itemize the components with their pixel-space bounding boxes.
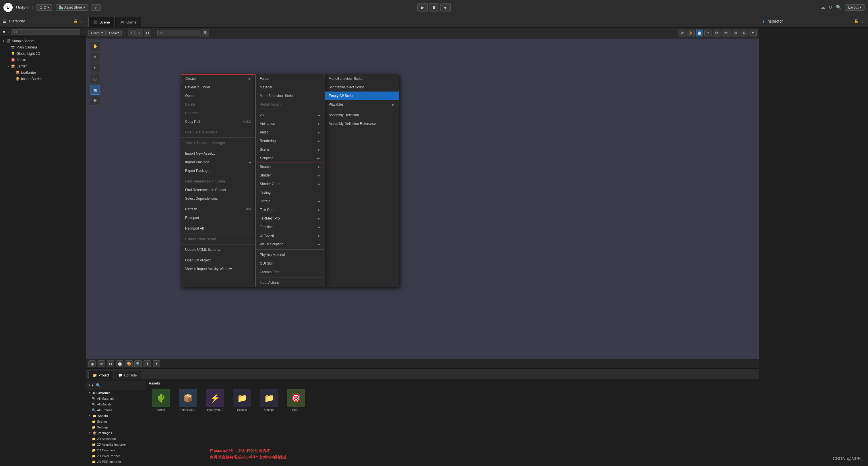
ctx-find-refs-project[interactable]: Find References In Project	[181, 186, 255, 194]
ctx-reimport-all[interactable]: Reimport All	[181, 224, 255, 233]
grid-size-input[interactable]: 1	[128, 30, 135, 36]
ctx2-audio[interactable]: Audio ▶	[256, 128, 324, 136]
ctx3-assembly-def-ref[interactable]: Assembly Definition Reference	[324, 119, 399, 128]
ctx2-gui-skin[interactable]: GUI Skin	[256, 259, 324, 268]
asset-sna[interactable]: 🎯 Sna...	[284, 388, 308, 413]
ctx2-material[interactable]: Material	[256, 83, 324, 92]
history-icon[interactable]: ↺	[829, 5, 832, 10]
sidebar-2d-aseprite[interactable]: 📁 2D Aseprite Importer	[86, 442, 146, 447]
hierarchy-menu-btn[interactable]: ⋮	[80, 19, 83, 23]
scene-options-btn[interactable]: ▾	[749, 30, 756, 36]
tree-item-bottombarrier[interactable]: 📦 bottomBarrier	[0, 76, 86, 82]
play-button[interactable]: ▶	[417, 3, 428, 11]
sidebar-all-models[interactable]: 🔍 All Models	[86, 401, 146, 407]
asset-barrier[interactable]: 🌵 barrier	[149, 388, 174, 413]
ctx2-animation[interactable]: Animation ▶	[256, 119, 324, 128]
scene-search-input[interactable]	[157, 30, 201, 36]
ctx-create[interactable]: Create ▶	[181, 74, 255, 83]
ctx-import-new-asset[interactable]: Import New Asset...	[181, 149, 255, 158]
ctx2-shader-graph[interactable]: Shader Graph ▶	[256, 180, 324, 188]
tree-item-samplescene[interactable]: ▼ 🎬 SampleScene* ⋮	[0, 38, 86, 44]
hierarchy-search[interactable]	[11, 29, 81, 35]
project-search-btn[interactable]: 🔍	[96, 383, 100, 387]
sidebar-2d-common[interactable]: 📁 2D Common	[86, 447, 146, 453]
ctx2-search[interactable]: Search ▶	[256, 162, 324, 171]
vp-rect-btn[interactable]: ▣	[88, 361, 96, 367]
camera-btn[interactable]: ⇔	[741, 30, 748, 36]
ctx-import-package[interactable]: Import Package ▶	[181, 158, 255, 166]
2d-mode-btn[interactable]: 2D	[722, 30, 731, 36]
inspector-lock-btn[interactable]: 🔓	[854, 19, 859, 23]
center-dropdown[interactable]: Center ▾	[88, 30, 105, 36]
ctx-copy-path[interactable]: Copy Path ⌥⌘C	[181, 117, 255, 126]
project-add-btn[interactable]: + ▾	[88, 383, 94, 387]
vp-search2-btn[interactable]: 🔍	[134, 361, 142, 367]
scene-menu-btn[interactable]: ⋮	[82, 39, 85, 43]
fx-btn[interactable]: ✦	[704, 30, 712, 36]
wireframe-btn[interactable]: ⚙	[713, 30, 720, 36]
transform-tool-btn[interactable]: ✤	[90, 96, 100, 105]
pause-button[interactable]: ⏸	[429, 3, 439, 11]
local-dropdown[interactable]: Local ▾	[106, 30, 122, 36]
ctx2-scripting[interactable]: Scripting ▶	[256, 154, 324, 162]
lighting-btn[interactable]: 🔆	[687, 30, 694, 36]
ctx2-visual-scripting[interactable]: Visual Scripting ▶	[256, 240, 324, 248]
vp-fx2-btn[interactable]: ✦	[153, 361, 160, 367]
tree-item-topbarrier[interactable]: 📦 topBarrier	[0, 69, 86, 76]
ctx2-scene[interactable]: Scene ▶	[256, 145, 324, 154]
vp-circle-btn[interactable]: ⬤	[116, 361, 123, 367]
sidebar-2d-psd[interactable]: 📁 2D PSD Importer	[86, 459, 146, 465]
ctx3-playables[interactable]: Playables ▶	[324, 100, 399, 109]
ctx2-shader[interactable]: Shader ▶	[256, 171, 324, 180]
sidebar-2d-pixelperfect[interactable]: 📁 2D Pixel Perfect	[86, 453, 146, 459]
asset-inputsystem[interactable]: ⚡ InputSyste...	[203, 388, 227, 413]
tree-item-barrier[interactable]: ▼ 📦 Barrier	[0, 63, 86, 69]
grid-snap-btn[interactable]: ⊞	[135, 30, 143, 36]
ctx-refresh[interactable]: Refresh ⌘R	[181, 205, 255, 214]
vp-import-btn[interactable]: ⬆	[144, 361, 151, 367]
sidebar-favorites[interactable]: ▼ ★ Favorites	[86, 390, 146, 396]
ctx2-text-core[interactable]: Text Core ▶	[256, 206, 324, 214]
ctx2-textmeshpro[interactable]: TextMeshPro ▶	[256, 214, 324, 223]
ctx3-assembly-def[interactable]: Assembly Definition	[324, 111, 399, 119]
rect-tool-btn[interactable]: ▣	[90, 85, 100, 95]
tab-project[interactable]: 📁 Project	[88, 371, 113, 379]
layout-button[interactable]: Layout ▾	[845, 4, 865, 11]
scene-tab-menu-btn[interactable]: ⋮	[753, 21, 756, 26]
tab-scene[interactable]: ⬛ Scene	[88, 17, 115, 27]
sidebar-packages[interactable]: ▼ 📦 Packages	[86, 430, 146, 436]
asset-defaultvolume[interactable]: 📦 DefaultVolu...	[176, 388, 200, 413]
search-icon[interactable]: 🔍	[836, 5, 842, 10]
grid-vis-btn[interactable]: ⊟	[144, 30, 151, 36]
ctx2-custom-font[interactable]: Custom Font	[256, 268, 324, 276]
sidebar-assets[interactable]: ▼ 📁 Assets	[86, 413, 146, 418]
sidebar-settings[interactable]: 📁 Settings	[86, 425, 146, 430]
ctx-view-import-activity[interactable]: View in Import Activity Window	[181, 265, 255, 273]
scale-tool-btn[interactable]: ⊞	[90, 74, 100, 84]
collab-button[interactable]: ⇄	[92, 4, 101, 11]
tab-console[interactable]: 💬 Console	[114, 371, 141, 379]
tree-item-globallight[interactable]: 💡 Global Light 2D	[0, 51, 86, 57]
vp-grid-btn[interactable]: ⊟	[107, 361, 114, 367]
version-badge[interactable]: ⊙ C ▾	[36, 4, 52, 11]
ctx-reveal-finder[interactable]: Reveal in Finder	[181, 83, 255, 92]
ctx2-input-actions[interactable]: Input Actions	[256, 278, 324, 287]
move-tool-btn[interactable]: ✥	[90, 52, 100, 62]
vp-paint-btn[interactable]: 🎨	[125, 361, 133, 367]
asset-store-button[interactable]: 🏪 Asset Store ▾	[56, 4, 88, 11]
gizmo-btn[interactable]: 👁	[679, 30, 686, 36]
asset-scenes[interactable]: 📁 Scenes	[229, 388, 254, 413]
step-button[interactable]: ⏭	[440, 3, 451, 11]
sidebar-scenes[interactable]: 📁 Scenes	[86, 418, 146, 425]
ctx3-scriptableobject[interactable]: ScriptableObject Script	[324, 83, 399, 92]
scene-search-btn[interactable]: 🔍	[202, 30, 209, 36]
ctx2-physics-material[interactable]: Physics Material	[256, 250, 324, 259]
ctx3-empty-csharp[interactable]: Empty C# Script	[324, 92, 399, 100]
sidebar-2d-sprite[interactable]: 📁 2D Sprite	[86, 465, 146, 466]
ctx-select-deps[interactable]: Select Dependencies	[181, 194, 255, 203]
ctx2-2d[interactable]: 2D ▶	[256, 111, 324, 119]
sidebar-all-prefabs[interactable]: 🔍 All Prefabs	[86, 407, 146, 413]
cloud-icon[interactable]: ☁	[820, 5, 825, 10]
ctx2-ui-toolkit[interactable]: UI Toolkit ▶	[256, 231, 324, 240]
ctx-reimport[interactable]: Reimport	[181, 214, 255, 222]
